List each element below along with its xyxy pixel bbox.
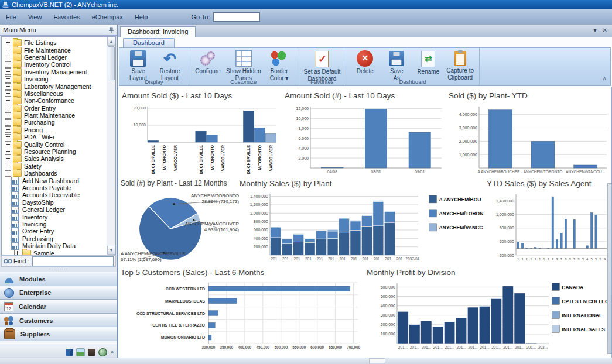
tab-dashboard-invoicing[interactable]: Dashboard: Invoicing — [120, 26, 196, 38]
tree-item-label: Safety — [24, 163, 42, 170]
ribbon-button[interactable]: Border Color ▾ — [263, 50, 295, 82]
ribbon-button[interactable]: Save As — [381, 50, 412, 82]
tree-item[interactable]: Order Entry — [2, 228, 107, 235]
tree-expand-icon[interactable] — [5, 163, 11, 169]
svg-text:20,000: 20,000 — [134, 106, 146, 110]
tree-expand-icon[interactable] — [5, 54, 11, 60]
tree-item-icon — [11, 213, 19, 221]
tree-expand-icon[interactable] — [5, 134, 11, 140]
tree-item-label: General Ledger — [24, 54, 67, 61]
content-scrollbar[interactable] — [607, 183, 611, 354]
menu-item[interactable]: File — [0, 12, 22, 22]
sidebar-nav: Modules Enterprise Calendar Customers Su… — [0, 272, 117, 355]
nav-button[interactable]: Customers — [0, 314, 117, 328]
tree-item[interactable]: Maintain Daily Data — [2, 242, 107, 249]
svg-text:2,000: 2,000 — [298, 156, 309, 160]
tree-expand-icon[interactable] — [5, 61, 11, 68]
find-row: Find : — [1, 255, 116, 267]
svg-text:800,000: 800,000 — [254, 219, 268, 224]
svg-text:201...: 201... — [456, 345, 466, 349]
svg-text:201...: 201... — [339, 257, 348, 261]
ribbon-button[interactable]: Show Hidden Panes — [224, 50, 263, 82]
scroll-down-icon[interactable]: ▼ — [107, 246, 115, 255]
svg-text:5: 5 — [595, 257, 597, 261]
tree-item-label: Add New Dashboard — [22, 177, 79, 184]
ribbon-button-label-1: Delete — [351, 68, 378, 75]
mini-icon[interactable] — [66, 349, 73, 356]
tree-expand-icon[interactable] — [5, 47, 11, 53]
tree-item[interactable]: Invoicing — [2, 221, 107, 228]
tree-expand-icon[interactable] — [5, 156, 11, 162]
tree-item[interactable]: Inventory — [2, 213, 107, 220]
tree-expand-icon[interactable] — [14, 250, 20, 255]
mini-icon[interactable]: » — [110, 349, 114, 356]
ribbon-tab-dashboard[interactable]: Dashboard — [123, 38, 175, 48]
tree-expand-icon[interactable] — [5, 170, 11, 177]
find-input[interactable] — [32, 256, 114, 266]
svg-text:201...: 201... — [410, 345, 419, 349]
horizontal-scrollbar[interactable] — [369, 358, 385, 363]
tree-expand-icon[interactable] — [5, 149, 11, 155]
tree-item[interactable]: Add New Dashboard — [2, 177, 107, 184]
tree-item-label: Dashboards — [24, 170, 57, 177]
tree-expand-icon[interactable] — [5, 141, 11, 147]
menu-item[interactable]: eChempax — [86, 12, 129, 22]
ribbon-button[interactable]: Rename — [412, 50, 444, 82]
ribbon-button[interactable]: Set as Default Dashboard — [301, 50, 343, 83]
tree-expand-icon[interactable] — [5, 68, 11, 75]
tree-item[interactable]: DaystoShip — [2, 199, 107, 206]
nav-button[interactable]: Enterprise — [0, 286, 117, 300]
svg-text:201...: 201... — [526, 345, 536, 349]
ribbon-button[interactable]: Save Layout — [122, 50, 154, 82]
tree-expand-icon[interactable] — [5, 83, 11, 90]
tree-item[interactable]: Dashboards — [2, 170, 107, 177]
svg-text:2,000,000: 2,000,000 — [459, 139, 477, 143]
svg-text:400,000: 400,000 — [254, 236, 268, 241]
svg-text:10,000: 10,000 — [134, 123, 146, 127]
mini-icon[interactable] — [88, 349, 95, 356]
scroll-up-icon[interactable]: ▲ — [107, 37, 115, 46]
ribbon-button[interactable]: Configure — [192, 50, 224, 82]
tree-item[interactable]: General Ledger — [2, 206, 107, 213]
menu-item[interactable]: View — [22, 12, 48, 22]
splitter-handle[interactable]: ········· — [0, 267, 117, 272]
nav-label: Calendar — [19, 303, 46, 310]
tree-expand-icon[interactable] — [5, 105, 11, 111]
svg-text:3: 3 — [569, 257, 572, 261]
tree-scrollbar[interactable]: ▲ ▼ — [107, 37, 115, 255]
tree-item[interactable]: Accounts Payable — [2, 184, 107, 191]
tree-expand-icon[interactable] — [5, 112, 11, 119]
tab-strip-buttons: ▾ ✕ — [594, 27, 607, 33]
ribbon-button[interactable]: Capture to Clipboard — [444, 50, 476, 82]
tree-expand-icon[interactable] — [5, 40, 11, 46]
tree-expand-icon[interactable] — [5, 98, 11, 104]
nav-button[interactable]: Suppliers — [0, 327, 117, 341]
tree-expand-icon[interactable] — [5, 119, 11, 126]
pin-icon[interactable] — [108, 27, 114, 33]
svg-text:4: 4 — [586, 257, 589, 261]
nav-button[interactable]: Modules — [0, 272, 117, 286]
nav-button[interactable]: Calendar — [0, 300, 117, 314]
scrollbar-thumb[interactable] — [108, 46, 115, 80]
tree-item-icon — [11, 242, 19, 250]
tab-dropdown-icon[interactable]: ▾ — [594, 27, 597, 33]
tree-item[interactable]: Purchasing — [2, 235, 107, 242]
goto-input[interactable] — [213, 12, 260, 22]
menu-item[interactable]: Help — [129, 12, 154, 22]
tab-close-icon[interactable]: ✕ — [603, 27, 607, 33]
tree-expand-icon[interactable] — [5, 126, 11, 133]
mini-icon[interactable] — [76, 348, 85, 356]
ribbon-button[interactable]: Restore Layout — [154, 50, 186, 82]
svg-text:VANCOUVER: VANCOUVER — [173, 145, 177, 171]
tree-expand-icon[interactable] — [5, 76, 11, 83]
tree-item[interactable]: Sample — [2, 249, 107, 255]
svg-text:M/TORONTO: M/TORONTO — [162, 145, 166, 170]
mini-icon[interactable] — [98, 348, 107, 356]
chart-canvas: 2,0004,0006,0008,00010,00012,00004/0808/… — [285, 102, 446, 177]
ribbon-button-icon — [235, 50, 252, 67]
tree-item[interactable]: Accounts Receivable — [2, 191, 107, 198]
ribbon-collapse-icon[interactable]: ˄ — [603, 75, 606, 82]
ribbon-button[interactable]: Delete — [349, 50, 381, 82]
tree-expand-icon[interactable] — [5, 90, 11, 97]
menu-item[interactable]: Favorites — [47, 12, 86, 22]
